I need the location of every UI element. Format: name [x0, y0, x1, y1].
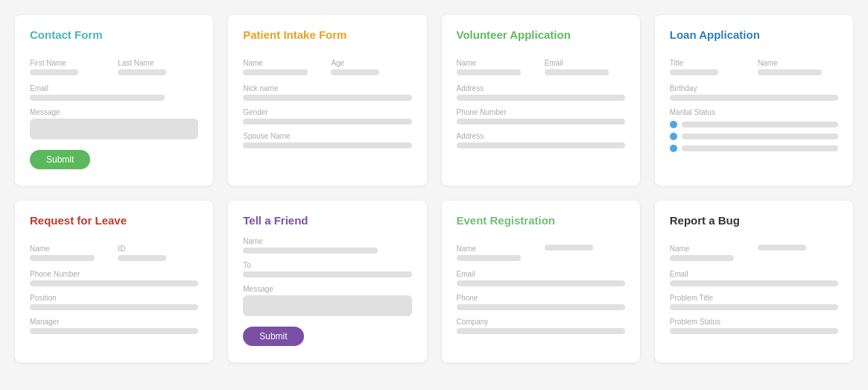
event-phone-input[interactable] — [457, 304, 625, 310]
bug-problem-status-field: Problem Status — [670, 318, 838, 334]
first-name-input[interactable] — [30, 69, 78, 75]
friend-message-label: Message — [243, 285, 411, 293]
bug-name-input[interactable] — [670, 255, 735, 261]
loan-name-col: Name — [758, 51, 838, 77]
leave-id-label: ID — [118, 245, 198, 253]
friend-message-input[interactable] — [243, 295, 411, 316]
radio-dot-1[interactable] — [670, 121, 677, 128]
event-email-field: Email — [457, 270, 625, 286]
event-phone-field: Phone — [457, 294, 625, 310]
card-title-loan: Loan Application — [670, 28, 838, 41]
vol-address2-label: Address — [457, 132, 625, 140]
vol-address2-input[interactable] — [457, 142, 625, 148]
event-email-label: Email — [457, 270, 625, 278]
loan-marital-field: Marital Status — [670, 108, 838, 152]
event-company-field: Company — [457, 318, 625, 334]
loan-title-col: Title — [670, 51, 750, 77]
vol-email-col: Email — [545, 51, 625, 77]
gender-label: Gender — [243, 108, 411, 116]
friend-submit-button[interactable]: Submit — [243, 327, 303, 346]
card-title-bug: Report a Bug — [670, 214, 838, 227]
name-age-row: Name Age — [243, 51, 411, 77]
last-name-label: Last Name — [118, 59, 198, 67]
card-tell-a-friend: Tell a Friend Name To Message Submit — [228, 201, 426, 362]
leave-phone-input[interactable] — [30, 280, 198, 286]
first-name-col: First Name — [30, 51, 110, 77]
bug-extra-input[interactable] — [758, 245, 806, 251]
age-input[interactable] — [331, 69, 379, 75]
bug-problem-status-label: Problem Status — [670, 318, 838, 326]
bug-problem-status-input[interactable] — [670, 328, 838, 334]
loan-birthday-field: Birthday — [670, 84, 838, 101]
loan-title-input[interactable] — [670, 69, 718, 75]
vol-address-input[interactable] — [457, 95, 625, 101]
gender-input[interactable] — [243, 119, 411, 125]
spouse-name-field: Spouse Name — [243, 132, 411, 148]
last-name-col: Last Name — [118, 51, 198, 77]
vol-phone-field: Phone Number — [457, 108, 625, 125]
event-name-label: Name — [457, 245, 537, 253]
vol-phone-input[interactable] — [457, 119, 625, 125]
event-name-input[interactable] — [457, 255, 522, 261]
loan-name-input[interactable] — [758, 69, 823, 75]
card-event-registration: Event Registration Name Email Phone Comp… — [442, 201, 640, 362]
leave-phone-field: Phone Number — [30, 270, 198, 286]
bug-name-row: Name — [670, 237, 838, 262]
email-input[interactable] — [30, 95, 165, 101]
name-input[interactable] — [243, 69, 308, 75]
event-name-row: Name — [457, 237, 625, 262]
loan-birthday-label: Birthday — [670, 84, 838, 92]
card-patient-intake: Patient Intake Form Name Age Nick name G… — [228, 15, 426, 186]
leave-name-input[interactable] — [30, 255, 95, 261]
card-title-patient-intake: Patient Intake Form — [243, 28, 411, 41]
friend-to-label: To — [243, 261, 411, 269]
name-col: Name — [243, 51, 323, 77]
submit-button[interactable]: Submit — [30, 150, 90, 169]
bug-name-label: Name — [670, 245, 750, 253]
nickname-input[interactable] — [243, 95, 411, 101]
bug-problem-title-input[interactable] — [670, 304, 838, 310]
leave-manager-input[interactable] — [30, 328, 198, 334]
bug-email-input[interactable] — [670, 280, 838, 286]
radio-row-3 — [670, 145, 838, 152]
vol-email-input[interactable] — [545, 69, 609, 75]
bug-email-field: Email — [670, 270, 838, 286]
last-name-input[interactable] — [118, 69, 166, 75]
vol-name-label: Name — [457, 59, 537, 67]
leave-id-input[interactable] — [118, 255, 166, 261]
leave-position-field: Position — [30, 294, 198, 310]
bug-problem-title-label: Problem Title — [670, 294, 838, 302]
message-input[interactable] — [30, 119, 198, 139]
friend-message-field: Message — [243, 285, 411, 316]
radio-row-2 — [670, 133, 838, 140]
vol-email-label: Email — [545, 59, 625, 67]
leave-manager-field: Manager — [30, 318, 198, 334]
vol-name-col: Name — [457, 51, 537, 77]
event-company-label: Company — [457, 318, 625, 326]
card-request-for-leave: Request for Leave Name ID Phone Number P… — [15, 201, 213, 362]
radio-dot-3[interactable] — [670, 145, 677, 152]
leave-position-label: Position — [30, 294, 198, 302]
leave-position-input[interactable] — [30, 304, 198, 310]
card-title-friend: Tell a Friend — [243, 214, 411, 227]
friend-to-input[interactable] — [243, 271, 411, 277]
card-report-a-bug: Report a Bug Name Email Problem Title Pr… — [655, 201, 853, 362]
loan-birthday-input[interactable] — [670, 95, 838, 101]
cards-grid: Contact Form First Name Last Name Email … — [15, 15, 853, 362]
bug-extra-col — [758, 237, 838, 262]
message-label: Message — [30, 108, 198, 116]
radio-dot-2[interactable] — [670, 133, 677, 140]
loan-name-label: Name — [758, 59, 838, 67]
leave-name-label: Name — [30, 245, 110, 253]
friend-name-input[interactable] — [243, 248, 378, 254]
spouse-name-input[interactable] — [243, 142, 411, 148]
card-title-event: Event Registration — [457, 214, 625, 227]
radio-row-1 — [670, 121, 838, 128]
vol-name-input[interactable] — [457, 69, 522, 75]
event-company-input[interactable] — [457, 328, 625, 334]
first-name-label: First Name — [30, 59, 110, 67]
email-field: Email — [30, 84, 198, 101]
card-title-volunteer: Volunteer Application — [457, 28, 625, 41]
event-email-input[interactable] — [457, 280, 625, 286]
event-extra-input[interactable] — [545, 245, 593, 251]
